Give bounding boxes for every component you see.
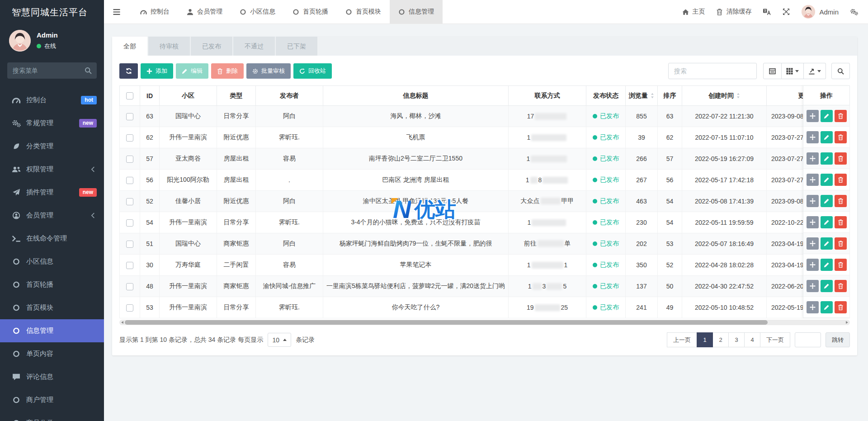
delete-row-button[interactable]	[835, 259, 847, 271]
page-button-4[interactable]: 4	[744, 332, 760, 347]
row-checkbox[interactable]	[126, 177, 133, 184]
sidebar-item-general-manage[interactable]: 常规管理 new	[0, 112, 104, 135]
move-button[interactable]	[807, 110, 819, 122]
nav-tab-info-manage[interactable]: 信息管理	[390, 0, 443, 24]
translate-icon[interactable]	[763, 8, 771, 15]
table-row[interactable]: 48 升伟一里南滨 商家钜惠 渝快同城-信息推广 一里南滨5栋菜鸟驿站便利店，菠…	[120, 276, 850, 297]
move-button[interactable]	[807, 195, 819, 207]
move-button[interactable]	[807, 216, 819, 228]
batch-audit-button[interactable]: 批量审核	[246, 63, 291, 79]
move-button[interactable]	[807, 280, 819, 292]
move-button[interactable]	[807, 131, 819, 143]
columns-button[interactable]	[782, 63, 804, 79]
table-row[interactable]: 52 佳馨小居 附近优惠 阿白 渝中区太圣甲,甲鱼汤锅,130元4-5人餐 大众…	[120, 191, 850, 212]
sidebar-item-info-manage[interactable]: 信息管理	[0, 319, 104, 342]
table-scroll[interactable]: ID 小区 类型 发布者 信息标题 联系方式 发布状态 浏览量 排序	[119, 85, 850, 318]
row-checkbox[interactable]	[126, 241, 133, 248]
column-header-views[interactable]: 浏览量	[626, 86, 658, 106]
next-page-button[interactable]: 下一页	[760, 332, 790, 347]
sort-icon[interactable]	[736, 93, 740, 99]
delete-button[interactable]: 删除	[211, 63, 244, 79]
move-button[interactable]	[807, 259, 819, 271]
edit-row-button[interactable]	[821, 237, 833, 250]
row-checkbox[interactable]	[126, 198, 133, 205]
delete-row-button[interactable]	[835, 110, 847, 122]
sidebar-item-merchant-manage[interactable]: 商户管理	[0, 388, 104, 412]
row-checkbox[interactable]	[126, 304, 133, 312]
delete-row-button[interactable]	[835, 237, 847, 250]
jump-page-input[interactable]	[795, 332, 821, 347]
table-row[interactable]: 63 国瑞中心 日常分享 阿白 海风，椰林，沙滩 17 已发布 855 63 2…	[120, 106, 850, 127]
prev-page-button[interactable]: 上一页	[667, 332, 697, 347]
sidebar-item-member-manage[interactable]: 会员管理	[0, 204, 104, 227]
table-row[interactable]: 30 万寿华庭 二手闲置 容易 苹果笔记本 11 已发布 350 52 2022…	[120, 255, 850, 276]
delete-row-button[interactable]	[835, 131, 847, 143]
table-row[interactable]: 54 升伟一里南滨 日常分享 霁昕珏. 3-4个月的小猫咪，免费送，只不过没有打…	[120, 212, 850, 233]
move-button[interactable]	[807, 237, 819, 250]
navbar-user[interactable]: Admin	[802, 5, 839, 19]
menu-toggle-icon[interactable]	[113, 9, 121, 15]
scrollbar-thumb[interactable]	[125, 320, 768, 325]
refresh-button[interactable]	[119, 63, 138, 79]
filter-tab[interactable]: 全部	[112, 37, 147, 56]
filter-tab[interactable]: 不通过	[233, 37, 275, 56]
fullscreen-icon[interactable]	[782, 8, 790, 15]
page-button-3[interactable]: 3	[728, 332, 745, 347]
delete-row-button[interactable]	[835, 174, 847, 186]
jump-button[interactable]: 跳转	[826, 332, 850, 347]
edit-button[interactable]: 编辑	[176, 63, 208, 79]
sort-icon[interactable]	[651, 93, 654, 99]
export-button[interactable]	[804, 63, 826, 79]
row-checkbox[interactable]	[126, 134, 133, 142]
sidebar-search-input[interactable]	[7, 62, 97, 79]
table-row[interactable]: 57 亚太商谷 房屋出租 容易 南坪香弥山2号二室二厅二卫1550 1 已发布 …	[120, 148, 850, 170]
delete-row-button[interactable]	[835, 195, 847, 207]
scroll-left-arrow-icon[interactable]	[121, 321, 123, 324]
edit-row-button[interactable]	[821, 174, 833, 186]
table-row[interactable]: 51 国瑞中心 商家钜惠 阿白 杨家坪蚝门海鲜自助烤肉79一位，生蚝不限量，肥的…	[120, 233, 850, 255]
clear-cache-link[interactable]: 清除缓存	[716, 8, 751, 16]
sidebar-item-online-command[interactable]: 在线命令管理	[0, 227, 104, 250]
sidebar-item-permission-manage[interactable]: 权限管理	[0, 158, 104, 181]
page-button-1[interactable]: 1	[697, 332, 713, 347]
move-button[interactable]	[807, 174, 819, 186]
edit-row-button[interactable]	[821, 152, 833, 165]
edit-row-button[interactable]	[821, 110, 833, 122]
row-checkbox[interactable]	[126, 219, 133, 227]
delete-row-button[interactable]	[835, 216, 847, 228]
delete-row-button[interactable]	[835, 152, 847, 165]
page-button-2[interactable]: 2	[712, 332, 729, 347]
sidebar-item-plugin-manage[interactable]: 插件管理 new	[0, 181, 104, 204]
sidebar-item-category-manage[interactable]: 分类管理	[0, 135, 104, 158]
move-button[interactable]	[807, 301, 819, 313]
nav-tab-member-manage[interactable]: 会员管理	[178, 0, 231, 24]
filter-tab[interactable]: 已发布	[191, 37, 232, 56]
filter-tab[interactable]: 已下架	[276, 37, 317, 56]
edit-row-button[interactable]	[821, 195, 833, 207]
row-checkbox[interactable]	[126, 262, 133, 269]
recycle-bin-button[interactable]: 回收站	[293, 63, 332, 79]
sidebar-item-home-carousel[interactable]: 首页轮播	[0, 273, 104, 296]
sidebar-item-community-info[interactable]: 小区信息	[0, 250, 104, 273]
edit-row-button[interactable]	[821, 301, 833, 313]
home-link[interactable]: 主页	[682, 8, 705, 16]
sidebar-item-home-modules[interactable]: 首页模块	[0, 296, 104, 319]
table-row[interactable]: 53 升伟一里南滨 日常分享 霁昕珏. 你今天吃了什么? 1925 已发布 24…	[120, 297, 850, 318]
row-checkbox[interactable]	[126, 113, 133, 120]
row-checkbox[interactable]	[126, 283, 133, 290]
nav-tab-dashboard[interactable]: 控制台	[132, 0, 178, 24]
filter-tab[interactable]: 待审核	[148, 37, 190, 56]
search-icon[interactable]	[85, 67, 92, 74]
move-button[interactable]	[807, 152, 819, 165]
row-checkbox[interactable]	[126, 156, 133, 163]
delete-row-button[interactable]	[835, 280, 847, 292]
select-all-checkbox[interactable]	[126, 92, 133, 99]
column-header-created[interactable]: 创建时间	[682, 86, 767, 106]
settings-gears-icon[interactable]	[850, 8, 858, 15]
add-button[interactable]: 添加	[141, 63, 173, 79]
nav-tab-home-carousel[interactable]: 首页轮播	[284, 0, 337, 24]
sidebar-item-comment-info[interactable]: 评论信息	[0, 365, 104, 388]
edit-row-button[interactable]	[821, 259, 833, 271]
scroll-right-arrow-icon[interactable]	[846, 321, 848, 324]
nav-tab-community-info[interactable]: 小区信息	[231, 0, 284, 24]
